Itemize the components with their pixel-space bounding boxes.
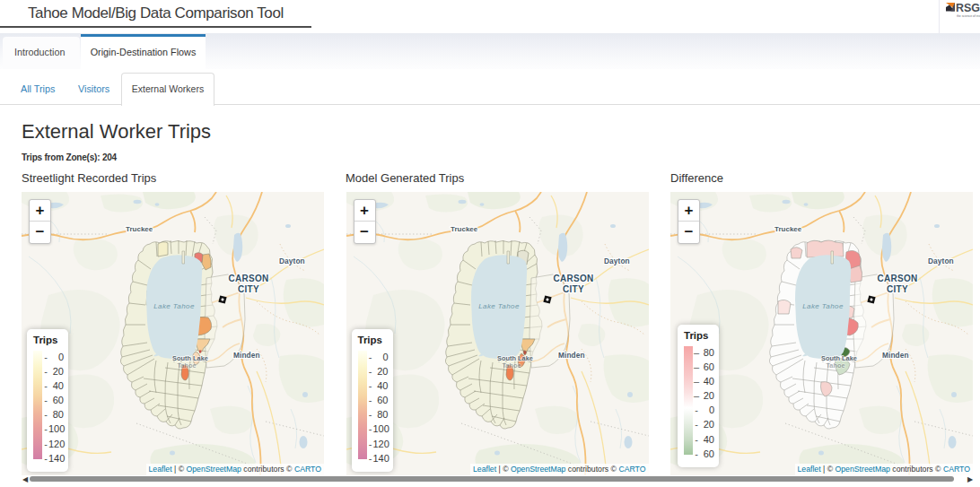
svg-text:the science of insight: the science of insight [957, 14, 980, 18]
svg-text:RSG: RSG [956, 3, 980, 14]
